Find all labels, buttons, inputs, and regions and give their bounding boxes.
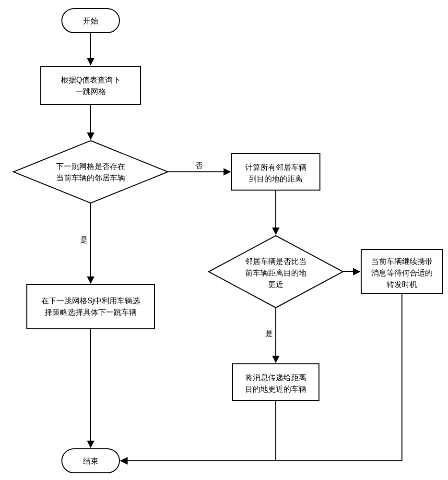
- query-q-table-line1: 根据Q值表查询下: [61, 76, 120, 84]
- svg-rect-4: [27, 285, 154, 329]
- calc-distance-line2: 到目的地的距离: [249, 175, 303, 183]
- carry-message-node: 当前车辆继续携带 消息等待何合适的 转发时机: [361, 250, 443, 294]
- svg-rect-1: [41, 66, 141, 105]
- carry-message-line1: 当前车辆继续携带: [371, 257, 433, 265]
- svg-marker-2: [13, 141, 168, 203]
- svg-rect-7: [233, 364, 319, 400]
- end-node: 结束: [62, 449, 119, 473]
- calc-distance-node: 计算所有邻居车辆 到目的地的距离: [232, 154, 320, 190]
- flowchart-diagram: 开始 根据Q值表查询下 一跳网格 下一跳网格是否存在 当前车辆的邻居车辆 否 计…: [0, 0, 448, 480]
- select-vehicle-line2: 择策略选择具体下一跳车辆: [45, 308, 137, 316]
- edge-forward-end: [121, 400, 276, 461]
- calc-distance-line1: 计算所有邻居车辆: [245, 163, 307, 171]
- decision-neighbor-exists-node: 下一跳网格是否存在 当前车辆的邻居车辆: [13, 141, 168, 203]
- end-label: 结束: [83, 457, 98, 465]
- select-vehicle-line1: 在下一跳网格Sj中利用车辆选: [41, 297, 140, 305]
- decision2-line2: 前车辆距离目的地: [245, 269, 307, 277]
- start-label: 开始: [83, 17, 98, 25]
- forward-message-line2: 目的地更近的车辆: [245, 385, 307, 393]
- query-q-table-node: 根据Q值表查询下 一跳网格: [41, 66, 141, 105]
- decision-closer-node: 邻居车辆是否比当 前车辆距离目的地 更近: [209, 236, 343, 308]
- svg-rect-3: [232, 154, 320, 190]
- edge-yes-label-2: 是: [265, 329, 273, 337]
- edge-no-label-1: 否: [195, 161, 203, 169]
- decision1-line2: 当前车辆的邻居车辆: [56, 174, 125, 182]
- decision2-line3: 更近: [268, 280, 283, 288]
- decision2-line1: 邻居车辆是否比当: [245, 257, 307, 265]
- carry-message-line2: 消息等待何合适的: [371, 269, 433, 277]
- query-q-table-line2: 一跳网格: [75, 87, 106, 96]
- carry-message-line3: 转发时机: [387, 280, 417, 288]
- start-node: 开始: [62, 9, 119, 33]
- decision1-line1: 下一跳网格是否存在: [56, 162, 125, 170]
- select-vehicle-node: 在下一跳网格Sj中利用车辆选 择策略选择具体下一跳车辆: [27, 285, 154, 329]
- edge-yes-label-1: 是: [80, 236, 88, 244]
- forward-message-line1: 将消息传递给距离: [245, 373, 307, 382]
- forward-message-node: 将消息传递给距离 目的地更近的车辆: [233, 364, 319, 400]
